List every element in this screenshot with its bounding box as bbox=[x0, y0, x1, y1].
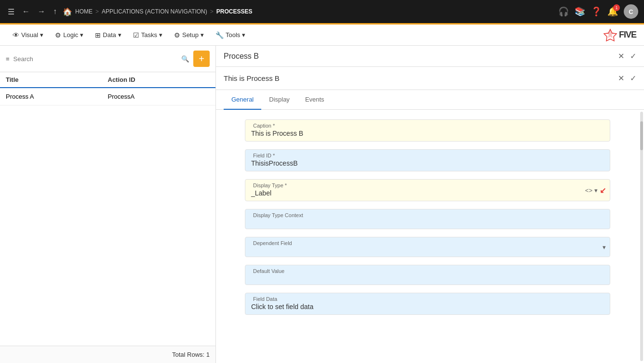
display-type-context-group: Display Type Context bbox=[245, 209, 610, 229]
dropdown-icon-button[interactable]: ▾ bbox=[594, 187, 598, 194]
back-icon[interactable]: ← bbox=[20, 5, 32, 18]
menu-logic[interactable]: ⚙ Logic ▾ bbox=[50, 28, 88, 42]
panel-close-button[interactable]: ✕ bbox=[618, 52, 624, 61]
notification-icon[interactable]: 🔔 1 bbox=[607, 6, 618, 17]
scroll-thumb[interactable] bbox=[640, 121, 643, 150]
form-title: This is Process B bbox=[224, 74, 280, 82]
panel-title: Process B bbox=[224, 52, 259, 61]
tab-general[interactable]: General bbox=[224, 90, 261, 110]
form-panel: This is Process B ✕ ✓ General Display Ev… bbox=[216, 67, 644, 363]
display-type-group: Display Type * _Label <> ▾ ↙ bbox=[245, 179, 610, 201]
filter-icon: ≡ bbox=[6, 55, 10, 63]
tools-icon: 🔧 bbox=[215, 31, 224, 39]
menu-tasks[interactable]: ☑ Tasks ▾ bbox=[128, 28, 167, 42]
col-action-id: Action ID bbox=[108, 76, 210, 83]
table-footer: Total Rows: 1 bbox=[0, 346, 215, 363]
col-title: Title bbox=[6, 76, 108, 83]
library-icon[interactable]: 📚 bbox=[575, 6, 585, 17]
field-data-value[interactable]: Click to set field data bbox=[251, 302, 604, 313]
logic-icon: ⚙ bbox=[55, 31, 61, 39]
search-bar: ≡ 🔍 + bbox=[0, 46, 215, 72]
default-value-wrapper: Default Value bbox=[245, 265, 610, 285]
field-id-value[interactable]: ThisisProcessB bbox=[251, 158, 604, 170]
add-icon: + bbox=[199, 53, 204, 65]
table-row[interactable]: Process A ProcessA bbox=[0, 88, 215, 105]
menu-data[interactable]: ⊞ Data ▾ bbox=[90, 28, 126, 42]
default-value-group: Default Value bbox=[245, 265, 610, 285]
caption-label: Caption * bbox=[251, 123, 604, 129]
data-table: Title Action ID Process A ProcessA bbox=[0, 72, 215, 346]
left-panel: ≡ 🔍 + Title Action ID Process A ProcessA… bbox=[0, 46, 216, 363]
setup-icon: ⚙ bbox=[174, 31, 180, 39]
dependent-chevron-icon: ▾ bbox=[603, 244, 606, 251]
menu-visual[interactable]: 👁 Visual ▾ bbox=[8, 28, 48, 42]
dependent-field-value[interactable] bbox=[251, 246, 597, 256]
panel-check-button[interactable]: ✓ bbox=[630, 52, 636, 61]
display-type-value[interactable]: _Label bbox=[251, 188, 579, 200]
menu-setup[interactable]: ⚙ Setup ▾ bbox=[169, 28, 209, 42]
notification-badge: 1 bbox=[613, 4, 620, 11]
visual-icon: 👁 bbox=[13, 31, 19, 39]
dependent-field-wrapper: Dependent Field ▾ bbox=[245, 237, 610, 257]
right-panel: Process B ✕ ✓ This is Process B ✕ ✓ Gene… bbox=[216, 46, 644, 363]
display-type-wrapper: Display Type * _Label <> ▾ ↙ bbox=[245, 179, 610, 201]
breadcrumb-home[interactable]: HOME bbox=[75, 8, 93, 15]
caption-field-group: Caption * This is Process B bbox=[245, 119, 610, 142]
total-rows: Total Rows: 1 bbox=[172, 351, 210, 358]
red-arrow-indicator: ↙ bbox=[600, 186, 606, 195]
breadcrumb-sep2: > bbox=[210, 8, 214, 15]
menu-bar: 👁 Visual ▾ ⚙ Logic ▾ ⊞ Data ▾ ☑ Tasks ▾ … bbox=[0, 25, 644, 46]
default-value-label: Default Value bbox=[251, 268, 604, 274]
form-close-button[interactable]: ✕ bbox=[618, 74, 624, 83]
breadcrumb-current: PROCESSES bbox=[216, 8, 253, 15]
add-button[interactable]: + bbox=[193, 51, 210, 67]
form-check-button[interactable]: ✓ bbox=[630, 74, 636, 83]
forward-icon[interactable]: → bbox=[36, 5, 47, 18]
dependent-field-group: Dependent Field ▾ bbox=[245, 237, 610, 257]
five-logo-text: FIVE bbox=[619, 30, 636, 40]
default-value-value[interactable] bbox=[251, 274, 604, 284]
menu-tools[interactable]: 🔧 Tools ▾ bbox=[211, 28, 250, 42]
panel-header: Process B ✕ ✓ bbox=[216, 46, 644, 67]
menu-icon[interactable]: ☰ bbox=[6, 5, 16, 18]
field-data-label: Field Data bbox=[251, 296, 604, 302]
form-header: This is Process B ✕ ✓ bbox=[216, 67, 644, 90]
help-icon[interactable]: ❓ bbox=[591, 6, 602, 17]
search-button[interactable]: 🔍 bbox=[181, 55, 189, 63]
search-input[interactable] bbox=[13, 55, 177, 63]
headset-icon[interactable]: 🎧 bbox=[558, 6, 569, 17]
breadcrumb: 🏠 HOME > APPLICATIONS (ACTION NAVIGATION… bbox=[63, 7, 554, 16]
data-icon: ⊞ bbox=[95, 31, 101, 39]
svg-marker-1 bbox=[606, 29, 614, 38]
field-data-group: Field Data Click to set field data bbox=[245, 293, 610, 315]
caption-value[interactable]: This is Process B bbox=[251, 129, 604, 140]
display-type-context-label: Display Type Context bbox=[251, 212, 604, 218]
field-id-wrapper: Field ID * ThisisProcessB bbox=[245, 149, 610, 171]
display-type-context-value[interactable] bbox=[251, 218, 604, 228]
scroll-track[interactable] bbox=[640, 112, 643, 361]
chevron-down-icon: ▾ bbox=[594, 187, 598, 194]
table-header: Title Action ID bbox=[0, 72, 215, 88]
caption-field-wrapper: Caption * This is Process B bbox=[245, 119, 610, 142]
five-logo-icon bbox=[604, 28, 617, 42]
up-icon[interactable]: ↑ bbox=[51, 5, 59, 18]
tasks-icon: ☑ bbox=[133, 31, 139, 39]
dependent-dropdown-button[interactable]: ▾ bbox=[603, 244, 606, 251]
row-action-id: ProcessA bbox=[108, 93, 210, 100]
field-id-group: Field ID * ThisisProcessB bbox=[245, 149, 610, 171]
avatar[interactable]: C bbox=[624, 4, 638, 19]
code-icon-button[interactable]: <> bbox=[585, 187, 592, 194]
tab-events[interactable]: Events bbox=[297, 90, 332, 110]
row-title: Process A bbox=[6, 93, 108, 100]
display-type-context-wrapper: Display Type Context bbox=[245, 209, 610, 229]
breadcrumb-sep1: > bbox=[95, 8, 99, 15]
form-content: Caption * This is Process B Field ID * T… bbox=[216, 110, 639, 363]
field-data-wrapper[interactable]: Field Data Click to set field data bbox=[245, 293, 610, 315]
display-type-label: Display Type * bbox=[251, 182, 579, 188]
dependent-field-label: Dependent Field bbox=[251, 240, 597, 246]
tabs: General Display Events bbox=[216, 90, 644, 110]
five-logo: FIVE bbox=[604, 28, 636, 42]
tab-display[interactable]: Display bbox=[261, 90, 297, 110]
field-id-label: Field ID * bbox=[251, 153, 604, 158]
breadcrumb-app[interactable]: APPLICATIONS (ACTION NAVIGATION) bbox=[102, 8, 207, 15]
